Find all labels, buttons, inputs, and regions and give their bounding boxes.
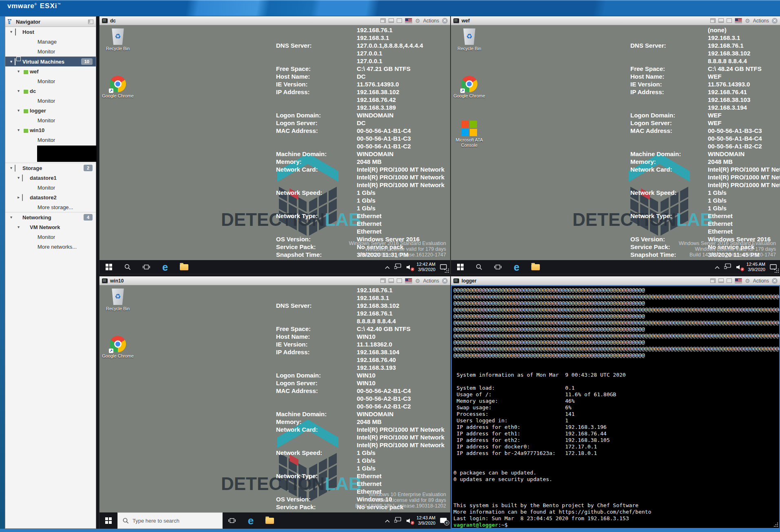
resize-grip[interactable] <box>777 526 778 527</box>
internet-explorer-icon[interactable]: e <box>507 260 526 274</box>
sidebar-item-monitor[interactable]: Monitor <box>5 46 96 56</box>
chrome-desktop-icon[interactable]: ↗Google Chrome <box>453 76 485 99</box>
action-center-icon[interactable] <box>440 264 447 270</box>
sidebar-item-networking[interactable]: ▾Networking4 <box>5 212 96 222</box>
sidebar-item-logger[interactable]: ▾logger <box>5 106 96 115</box>
close-icon[interactable]: ✕ <box>442 278 448 284</box>
sidebar-item-virtual-machines[interactable]: ▾Virtual Machines10 <box>5 56 96 66</box>
gear-icon[interactable]: ⚙ <box>745 18 750 24</box>
close-icon[interactable]: ✕ <box>442 18 448 24</box>
task-view-icon[interactable] <box>488 260 507 274</box>
maximize-console-icon[interactable] <box>397 278 402 283</box>
popout-console-icon[interactable] <box>710 278 716 283</box>
popout-console-icon[interactable] <box>380 278 386 283</box>
tray-chevron-icon[interactable] <box>385 263 390 271</box>
maximize-console-icon[interactable] <box>397 18 402 23</box>
popout-console-icon[interactable] <box>710 18 716 23</box>
edge-icon[interactable]: e <box>241 512 260 529</box>
taskbar-clock[interactable]: 12:42 AM3/9/2020 <box>417 262 435 272</box>
logger-terminal-screen[interactable]: @@@@@@@@@@@@@@@@@@@@@@@@@@@@@@@@@@@@@@@@… <box>451 285 780 529</box>
sidebar-item-wef[interactable]: ▾wef <box>5 66 96 76</box>
task-view-icon[interactable] <box>137 260 156 274</box>
sidebar-item-label: logger <box>30 108 46 114</box>
actions-menu[interactable]: Actions <box>753 278 769 284</box>
maximize-console-icon[interactable] <box>727 18 732 23</box>
minimize-console-icon[interactable] <box>718 278 724 283</box>
tray-chevron-icon[interactable] <box>715 263 720 271</box>
recycle-bin-desktop-icon[interactable]: ♻Recycle Bin <box>453 28 485 51</box>
sidebar-item-monitor[interactable]: Monitor <box>5 183 96 192</box>
resize-grip[interactable] <box>448 272 449 273</box>
taskbar-clock[interactable]: 12:43 AM3/9/2020 <box>417 515 435 526</box>
popout-console-icon[interactable] <box>380 18 386 23</box>
sidebar-item-monitor[interactable]: Monitor <box>5 115 96 125</box>
close-icon[interactable]: ✕ <box>772 278 778 284</box>
sidebar-item-more-networks-[interactable]: More networks... <box>5 242 96 252</box>
tray-volume-muted-icon[interactable]: ✕ <box>406 265 412 270</box>
sidebar-item-vm-network[interactable]: ▾VM Network <box>5 222 96 232</box>
chrome-desktop-icon[interactable]: ↗Google Chrome <box>102 76 134 99</box>
sidebar-item-storage[interactable]: ▾Storage2 <box>5 163 96 173</box>
sidebar-item-monitor[interactable]: Monitor <box>5 76 96 86</box>
action-center-icon[interactable]: 6 <box>440 518 447 524</box>
logger-titlebar[interactable]: logger ⚙ Actions ✕ <box>451 276 780 285</box>
file-explorer-icon[interactable] <box>175 260 193 274</box>
start-button[interactable] <box>99 260 118 274</box>
keyboard-layout-flag-icon[interactable] <box>405 278 412 283</box>
sidebar-item-monitor[interactable]: Monitor <box>5 135 96 145</box>
taskbar-clock[interactable]: 12:45 AM3/9/2020 <box>747 262 765 272</box>
sidebar-item-win10[interactable]: ▾win10 <box>5 125 96 135</box>
dc-console-screen[interactable]: ♻Recycle Bin↗Google Chrome DETECTIONLAB … <box>99 25 450 274</box>
tray-volume-muted-icon[interactable]: ✕ <box>736 265 742 270</box>
minimize-console-icon[interactable] <box>718 18 724 23</box>
action-center-icon[interactable] <box>770 264 777 270</box>
actions-menu[interactable]: Actions <box>423 18 439 24</box>
taskbar-search-icon[interactable] <box>470 260 488 274</box>
tray-network-icon[interactable] <box>394 517 402 524</box>
start-button[interactable] <box>451 260 470 274</box>
minimize-console-icon[interactable] <box>389 18 394 23</box>
sidebar-item-datastore2[interactable]: ▸datastore2 <box>5 192 96 202</box>
wef-console-screen[interactable]: ♻Recycle Bin↗Google ChromeMicrosoft ATA … <box>451 25 780 274</box>
sidebar-item-more-storage-[interactable]: More storage... <box>5 202 96 212</box>
sidebar-item-monitor[interactable]: Monitor <box>5 96 96 106</box>
chrome-desktop-icon[interactable]: ↗Google Chrome <box>102 336 134 359</box>
maximize-console-icon[interactable] <box>727 278 732 283</box>
minimize-console-icon[interactable] <box>389 278 394 283</box>
file-explorer-icon[interactable] <box>260 512 279 529</box>
dc-titlebar[interactable]: dc ⚙ Actions ✕ <box>99 16 450 25</box>
tray-chevron-icon[interactable] <box>385 517 390 524</box>
gear-icon[interactable]: ⚙ <box>745 278 750 284</box>
keyboard-layout-flag-icon[interactable] <box>735 18 742 23</box>
recycle-bin-desktop-icon[interactable]: ♻Recycle Bin <box>102 28 134 51</box>
gear-icon[interactable]: ⚙ <box>415 278 420 284</box>
actions-menu[interactable]: Actions <box>753 18 769 24</box>
recycle-bin-desktop-icon[interactable]: ♻Recycle Bin <box>102 288 134 311</box>
tray-network-icon[interactable] <box>394 263 402 271</box>
sidebar-item-monitor[interactable]: Monitor <box>5 232 96 242</box>
taskbar-search-input[interactable]: Type here to search <box>117 512 223 529</box>
tray-volume-muted-icon[interactable]: ✕ <box>406 518 412 523</box>
start-button[interactable] <box>99 512 117 529</box>
bginfo-values: 11.576.14393.0 <box>357 80 399 88</box>
gear-icon[interactable]: ⚙ <box>415 18 420 24</box>
resize-grip[interactable] <box>778 272 779 273</box>
keyboard-layout-flag-icon[interactable] <box>735 278 742 283</box>
win10-console-screen[interactable]: ♻Recycle Bin↗Google Chrome DETECTIONLAB … <box>99 285 450 529</box>
task-view-icon[interactable] <box>223 512 241 529</box>
actions-menu[interactable]: Actions <box>423 278 439 284</box>
taskbar-search-icon[interactable] <box>118 260 137 274</box>
wef-titlebar[interactable]: wef ⚙ Actions ✕ <box>451 16 780 25</box>
navigator-pin-icon[interactable] <box>88 20 93 24</box>
win10-titlebar[interactable]: win10 ⚙ Actions ✕ <box>99 276 450 285</box>
file-explorer-icon[interactable] <box>526 260 545 274</box>
tray-network-icon[interactable] <box>724 263 731 271</box>
sidebar-item-manage[interactable]: Manage <box>5 37 96 46</box>
sidebar-item-datastore1[interactable]: ▾datastore1 <box>5 173 96 183</box>
sidebar-item-host[interactable]: ▾Host <box>5 27 96 37</box>
sidebar-item-dc[interactable]: ▾dc <box>5 86 96 96</box>
close-icon[interactable]: ✕ <box>772 18 778 24</box>
internet-explorer-icon[interactable]: e <box>156 260 175 274</box>
keyboard-layout-flag-icon[interactable] <box>405 18 412 23</box>
ata-desktop-icon[interactable]: Microsoft ATA Console <box>453 121 485 148</box>
